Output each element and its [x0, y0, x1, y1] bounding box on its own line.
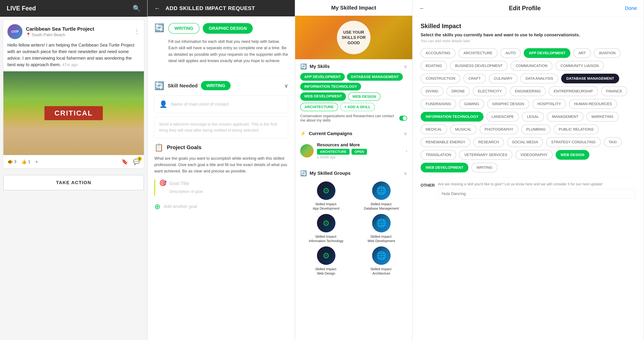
skill-pill-data-analysis[interactable]: DATA ANALYSIS [520, 74, 558, 83]
back-arrow-icon[interactable]: ← [154, 5, 160, 12]
contact-toggle-row: Conservation organizations and Researche… [300, 114, 407, 123]
comment-button[interactable]: 💬 3 [133, 159, 140, 165]
skill-pill-photography[interactable]: PHOTOGRAPHY [480, 125, 518, 134]
back-arrow-p4-icon[interactable]: ← [419, 5, 425, 11]
skill-chip-infotech[interactable]: INFORMATION TECHNOLOGY [300, 83, 361, 90]
group-item-dbmgmt[interactable]: 🌐 Skilled Impact:Database Management [355, 181, 407, 211]
skill-pill-auto[interactable]: AUTO [500, 48, 521, 58]
skill-pill-veterinary-services[interactable]: VETERINARY SERVICES [459, 150, 512, 160]
skill-pill-construction[interactable]: CONSTRUCTION [420, 74, 460, 83]
chevron-down-icon[interactable]: ∨ [284, 83, 288, 89]
add-reaction-button[interactable]: + [36, 159, 38, 165]
skill-pill-architecture[interactable]: ARCHITECTURE [458, 48, 498, 58]
skill-pill-graphic-design[interactable]: GRAPHIC DESIGN [487, 99, 529, 109]
skill-pill-marketing[interactable]: MARKETING [586, 112, 618, 122]
skill-pill-strategy-consulting[interactable]: STRATEGY CONSULTING [546, 137, 600, 147]
skill-pill-research[interactable]: RESEARCH [473, 137, 504, 147]
skill-pill-information-technology[interactable]: INFORMATION TECHNOLOGY [420, 112, 484, 122]
contact-toggle[interactable] [399, 116, 407, 121]
contact-placeholder: Name of main point of contact [171, 102, 229, 107]
skill-chip-arch[interactable]: ARCHITECTURE [300, 103, 338, 111]
take-action-button[interactable]: TAKE ACTION [3, 175, 144, 190]
panel-add-request: ← ADD SKILLED IMPACT REQUEST 🔄 WRITING G… [148, 0, 295, 340]
skill-pill-art[interactable]: ART [574, 48, 591, 58]
goal-desc-placeholder[interactable]: Description of goal [170, 187, 288, 195]
panel-live-feed: LIVE Feed 🔍 CSTP Caribbean Sea Turtle Pr… [0, 0, 148, 340]
skill-chip-webdev[interactable]: WEB DEVELOPMENT [300, 92, 346, 101]
panel3-title: My Skilled Impact [331, 5, 376, 11]
group-item-webdev[interactable]: 🌐 Skilled Impact:Web Development [355, 214, 407, 243]
skill-pill-renewable-energy[interactable]: RENEWABLE ENERGY [420, 137, 470, 147]
group-name-arch: Skilled Impact:Architecture [370, 267, 392, 276]
other-input[interactable] [438, 189, 636, 198]
skills-chevron-icon[interactable]: ∨ [404, 64, 407, 69]
reaction1-button[interactable]: 🐠 3 [8, 159, 16, 165]
skill-pill-translation[interactable]: TRANSLATION [420, 150, 456, 160]
skill-pill-writing[interactable]: WRITING [472, 163, 498, 172]
skill-pill-electricity[interactable]: ELECTRICITY [473, 86, 507, 96]
done-button[interactable]: Done [625, 5, 637, 11]
skill-pill-culinary[interactable]: CULINARY [489, 74, 518, 83]
groups-grid: ⚙ Skilled Impact:App Development 🌐 Skill… [300, 180, 407, 277]
groups-chevron-icon[interactable]: ∨ [404, 170, 407, 176]
like-button[interactable]: 👍 1 [21, 159, 30, 165]
more-options-icon[interactable]: ⋮ [134, 28, 140, 35]
skill-pill-landscape[interactable]: LANDSCAPE [486, 112, 519, 122]
add-goal-row[interactable]: ⊕ Add another goal [154, 199, 288, 214]
skill-pill-craft[interactable]: CRAFT [464, 74, 486, 83]
skill-pill-web-design[interactable]: WEB DESIGN [556, 150, 590, 160]
skill-pill-boating[interactable]: BOATING [420, 61, 447, 71]
skill-pill-drone[interactable]: DRONE [446, 86, 470, 96]
group-item-infotech[interactable]: ⚙ Skilled Impact:Information Technology [300, 214, 352, 243]
skill-chip-webdesign[interactable]: WEB DESIGN [348, 92, 380, 101]
skill-needed-row: 🔄 Skill Needed WRITING ∨ [154, 81, 288, 90]
writing-tag[interactable]: WRITING [168, 23, 200, 34]
skill-pill-medical[interactable]: MEDICAL [420, 125, 447, 134]
skill-chip-dbmgmt[interactable]: DATABASE MANAGEMENT [347, 73, 403, 81]
org-location: 📍 South Palm Beach [26, 32, 130, 37]
skill-pill-communication[interactable]: COMMUNICATION [511, 61, 552, 71]
skill-pill-app-development[interactable]: APP DEVELOPMENT [524, 48, 570, 58]
other-desc: Are we missing a skill you'd like to giv… [438, 182, 636, 187]
add-goal-label: Add another goal [164, 204, 197, 209]
skill-pill-accounting[interactable]: ACCOUNTING [420, 48, 456, 58]
group-item-webdesign[interactable]: ⚙ Skilled Impact:Web Design [300, 246, 352, 276]
add-skill-button[interactable]: + ADD A SKILL [340, 103, 375, 111]
skill-pill-plumbing[interactable]: PLUMBING [521, 125, 550, 134]
skill-pill-hospitality[interactable]: HOSPITALITY [532, 99, 566, 109]
skill-pill-engineering[interactable]: ENGINEERING [510, 86, 546, 96]
skill-pill-human-resources[interactable]: HUMAN RESOURCES [569, 99, 617, 109]
skill-pill-finance[interactable]: FINANCE [601, 86, 628, 96]
skill-pill-entrepreneurship[interactable]: ENTREPRENEURSHIP [549, 86, 598, 96]
skill-pill-community-liaison[interactable]: COMMUNITY LIAISON [556, 61, 604, 71]
contact-field[interactable]: 👤 Name of main point of contact [154, 95, 288, 113]
group-item-arch[interactable]: 🌐 Skilled Impact:Architecture [355, 246, 407, 276]
graphic-design-tag[interactable]: GRAPHIC DESIGN [203, 23, 253, 34]
skill-pill-musical[interactable]: MUSICAL [450, 125, 477, 134]
skill-pill-management[interactable]: MANAGEMENT [547, 112, 584, 122]
skill-pill-fundraising[interactable]: FUNDRAISING [420, 99, 456, 109]
bookmark-button[interactable]: 🔖 [122, 159, 128, 165]
campaigns-chevron-icon[interactable]: ∨ [404, 131, 407, 136]
skill-chip-appdev[interactable]: APP DEVELOPMENT [300, 73, 345, 81]
goal-title-placeholder[interactable]: Goal Title [170, 179, 288, 187]
group-item-appdev[interactable]: ⚙ Skilled Impact:App Development [300, 181, 352, 211]
my-skills-section: 🔄 My Skills ∨ APP DEVELOPMENT DATABASE M… [295, 59, 412, 127]
skill-pill-database-management[interactable]: DATABASE MANAGEMENT [561, 74, 619, 83]
instruction-text: Fill out information for each skill that… [168, 38, 288, 64]
campaign-item[interactable]: Resources and More ARCHITECTURE OPEN a m… [300, 140, 407, 162]
skill-pill-taxi[interactable]: TAXI [604, 137, 622, 147]
skill-pill-aviation[interactable]: AVIATION [594, 48, 620, 58]
panel4-content: Skilled Impact Select the skills you cur… [412, 16, 644, 204]
skill-pill-legal[interactable]: LEGAL [522, 112, 544, 122]
skill-pill-gaming[interactable]: GAMING [459, 99, 484, 109]
search-icon[interactable]: 🔍 [133, 5, 140, 12]
skill-pill-videography[interactable]: VIDEOGRAPHY [515, 150, 552, 160]
skill-pill-social-media[interactable]: SOCIAL MEDIA [507, 137, 543, 147]
skill-pill-web-development[interactable]: WEB DEVELOPMENT [420, 163, 468, 172]
welcome-message-box[interactable]: Send a welcome message to the chosen app… [154, 116, 288, 138]
skill-pill-public-relations[interactable]: PUBLIC RELATIONS [554, 125, 599, 134]
skill-pill-diving[interactable]: DIVING [420, 86, 444, 96]
feed-card-actions: 🐠 3 👍 1 + 🔖 💬 3 [3, 155, 144, 168]
skill-pill-business-development[interactable]: BUSINESS DEVELOPMENT [450, 61, 508, 71]
